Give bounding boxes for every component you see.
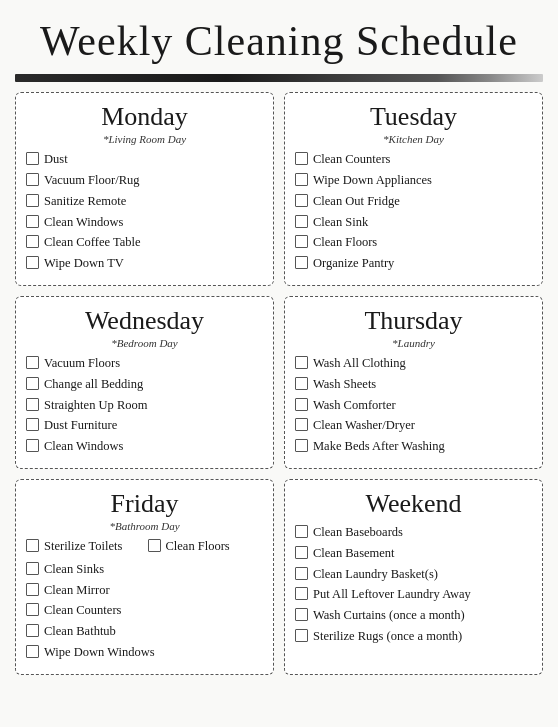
list-item: Clean Windows [26, 213, 263, 232]
wednesday-subtitle: *Bedroom Day [26, 337, 263, 349]
checkbox[interactable] [295, 152, 308, 165]
list-item: Change all Bedding [26, 375, 263, 394]
weekend-box: Weekend Clean Baseboards Clean Basement … [284, 479, 543, 675]
weekend-tasks: Clean Baseboards Clean Basement Clean La… [295, 523, 532, 646]
checkbox[interactable] [26, 539, 39, 552]
task-label: Clean Bathtub [44, 622, 116, 641]
task-label: Clean Out Fridge [313, 192, 400, 211]
task-label: Dust Furniture [44, 416, 117, 435]
task-label: Sanitize Remote [44, 192, 126, 211]
checkbox[interactable] [295, 398, 308, 411]
task-label: Clean Windows [44, 437, 123, 456]
list-item: Organize Pantry [295, 254, 532, 273]
list-item: Clean Mirror [26, 581, 263, 600]
task-label: Clean Counters [313, 150, 390, 169]
list-item: Sterilize Rugs (once a month) [295, 627, 532, 646]
task-label: Clean Basement [313, 544, 395, 563]
checkbox[interactable] [295, 608, 308, 621]
bottom-grid: Friday *Bathroom Day Sterilize Toilets C… [15, 479, 543, 675]
checkbox[interactable] [26, 377, 39, 390]
tuesday-tasks: Clean Counters Wipe Down Appliances Clea… [295, 150, 532, 273]
task-label: Wash All Clothing [313, 354, 406, 373]
task-label: Clean Baseboards [313, 523, 403, 542]
list-item: Make Beds After Washing [295, 437, 532, 456]
task-label: Wash Curtains (once a month) [313, 606, 465, 625]
checkbox[interactable] [26, 356, 39, 369]
checkbox[interactable] [295, 377, 308, 390]
checkbox[interactable] [26, 418, 39, 431]
monday-title: Monday [26, 101, 263, 132]
list-item: Put All Leftover Laundry Away [295, 585, 532, 604]
weekend-title: Weekend [295, 488, 532, 519]
checkbox[interactable] [295, 418, 308, 431]
list-item: Clean Washer/Dryer [295, 416, 532, 435]
thursday-title: Thursday [295, 305, 532, 336]
friday-box: Friday *Bathroom Day Sterilize Toilets C… [15, 479, 274, 675]
tuesday-box: Tuesday *Kitchen Day Clean Counters Wipe… [284, 92, 543, 286]
checkbox[interactable] [26, 398, 39, 411]
list-item: Dust [26, 150, 263, 169]
task-label: Wipe Down TV [44, 254, 124, 273]
task-label: Wash Comforter [313, 396, 396, 415]
task-label: Clean Coffee Table [44, 233, 141, 252]
task-label: Change all Bedding [44, 375, 143, 394]
checkbox[interactable] [295, 235, 308, 248]
friday-tasks: Clean Sinks Clean Mirror Clean Counters … [26, 560, 263, 662]
wednesday-box: Wednesday *Bedroom Day Vacuum Floors Cha… [15, 296, 274, 469]
task-label: Dust [44, 150, 68, 169]
task-label: Wash Sheets [313, 375, 376, 394]
checkbox[interactable] [26, 194, 39, 207]
monday-subtitle: *Living Room Day [26, 133, 263, 145]
checkbox[interactable] [295, 194, 308, 207]
list-item: Sanitize Remote [26, 192, 263, 211]
tuesday-subtitle: *Kitchen Day [295, 133, 532, 145]
wednesday-tasks: Vacuum Floors Change all Bedding Straigh… [26, 354, 263, 456]
checkbox[interactable] [26, 624, 39, 637]
checkbox[interactable] [295, 173, 308, 186]
friday-title: Friday [26, 488, 263, 519]
checkbox[interactable] [295, 567, 308, 580]
list-item: Clean Baseboards [295, 523, 532, 542]
task-label: Clean Counters [44, 601, 121, 620]
list-item: Clean Floors [148, 537, 264, 556]
friday-subtitle: *Bathroom Day [26, 520, 263, 532]
checkbox[interactable] [26, 603, 39, 616]
task-label: Wipe Down Appliances [313, 171, 432, 190]
list-item: Wipe Down Windows [26, 643, 263, 662]
list-item: Clean Sinks [26, 560, 263, 579]
task-label: Wipe Down Windows [44, 643, 155, 662]
days-grid: Monday *Living Room Day Dust Vacuum Floo… [15, 92, 543, 469]
list-item: Sterilize Toilets [26, 537, 142, 556]
checkbox[interactable] [26, 583, 39, 596]
list-item: Clean Laundry Basket(s) [295, 565, 532, 584]
list-item: Clean Floors [295, 233, 532, 252]
checkbox[interactable] [26, 235, 39, 248]
task-label: Make Beds After Washing [313, 437, 445, 456]
checkbox[interactable] [295, 215, 308, 228]
checkbox[interactable] [26, 645, 39, 658]
task-label: Clean Floors [166, 537, 230, 556]
checkbox[interactable] [295, 629, 308, 642]
checkbox[interactable] [295, 439, 308, 452]
list-item: Clean Bathtub [26, 622, 263, 641]
checkbox[interactable] [26, 152, 39, 165]
checkbox[interactable] [26, 562, 39, 575]
task-label: Sterilize Toilets [44, 537, 122, 556]
title-area: Weekly Cleaning Schedule [15, 10, 543, 68]
checkbox[interactable] [295, 525, 308, 538]
checkbox[interactable] [26, 215, 39, 228]
wednesday-title: Wednesday [26, 305, 263, 336]
checkbox[interactable] [26, 256, 39, 269]
list-item: Wipe Down Appliances [295, 171, 532, 190]
list-item: Wash Sheets [295, 375, 532, 394]
list-item: Wash Curtains (once a month) [295, 606, 532, 625]
checkbox[interactable] [148, 539, 161, 552]
list-item: Dust Furniture [26, 416, 263, 435]
checkbox[interactable] [295, 546, 308, 559]
checkbox[interactable] [26, 439, 39, 452]
checkbox[interactable] [26, 173, 39, 186]
checkbox[interactable] [295, 356, 308, 369]
checkbox[interactable] [295, 256, 308, 269]
checkbox[interactable] [295, 587, 308, 600]
list-item: Straighten Up Room [26, 396, 263, 415]
